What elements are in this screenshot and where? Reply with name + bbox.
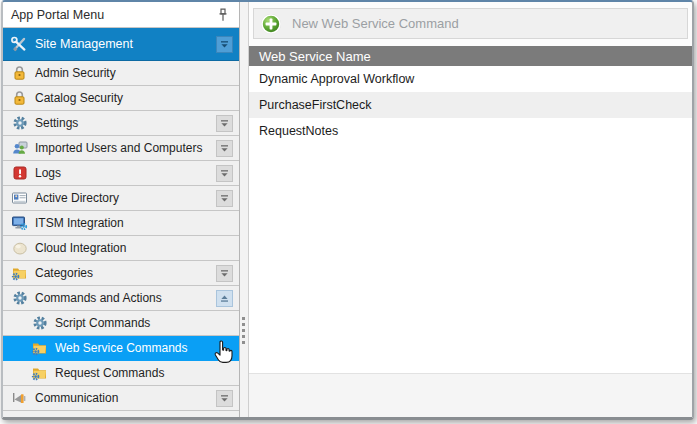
sidebar-item-logs[interactable]: Logs (3, 161, 239, 186)
new-web-service-command-button[interactable] (260, 13, 282, 35)
sidebar-item-active-directory[interactable]: Active Directory (3, 186, 239, 211)
sidebar-item-settings[interactable]: Settings (3, 111, 239, 136)
collapse-arrow-button[interactable] (216, 165, 233, 182)
sidebar-header: App Portal Menu (3, 2, 239, 28)
grid-row-purchasefirstcheck[interactable]: PurchaseFirstCheck (249, 92, 692, 118)
sidebar-item-label: Catalog Security (35, 91, 233, 105)
folder-gear-icon (11, 265, 28, 282)
main-footer (249, 373, 692, 417)
sidebar-item-catalog-security[interactable]: Catalog Security (3, 86, 239, 111)
collapse-arrow-button[interactable] (216, 140, 233, 157)
monitor-gear-icon (11, 215, 28, 232)
sidebar-item-web-service-commands[interactable]: Web Service Commands (3, 336, 239, 361)
expand-arrow-button[interactable] (216, 290, 233, 307)
sidebar-item-label: Communication (35, 391, 216, 405)
sidebar-item-label: Request Commands (55, 366, 233, 380)
splitter-grip-icon (242, 317, 245, 344)
collapse-arrow-button[interactable] (216, 36, 233, 53)
id-card-icon (11, 190, 28, 207)
main-panel: New Web Service Command Web Service Name… (249, 2, 692, 417)
sidebar-item-label: Web Service Commands (55, 341, 233, 355)
sidebar-item-label: Imported Users and Computers (35, 141, 216, 155)
alert-log-icon (11, 165, 28, 182)
cloud-icon (11, 240, 28, 257)
sidebar-item-label: Categories (35, 266, 216, 280)
sidebar-title: App Portal Menu (11, 8, 215, 22)
sidebar-item-label: Cloud Integration (35, 241, 233, 255)
sidebar-item-script-commands[interactable]: Script Commands (3, 311, 239, 336)
sidebar-item-request-commands[interactable]: Request Commands (3, 361, 239, 386)
gear-icon (11, 290, 28, 307)
grid-row-requestnotes[interactable]: RequestNotes (249, 118, 692, 144)
grid-column-header[interactable]: Web Service Name (249, 46, 692, 66)
folder-gear-icon (31, 365, 48, 382)
sidebar-item-commands-and-actions[interactable]: Commands and Actions (3, 286, 239, 311)
megaphone-icon (11, 390, 28, 407)
collapse-arrow-button[interactable] (216, 190, 233, 207)
sidebar-item-admin-security[interactable]: Admin Security (3, 61, 239, 86)
sidebar-item-label: Logs (35, 166, 216, 180)
sidebar-item-communication[interactable]: Communication (3, 386, 239, 411)
folder-gear-icon (31, 340, 48, 357)
sidebar-item-site-management[interactable]: Site Management (3, 28, 239, 61)
sidebar-item-label: Admin Security (35, 66, 233, 80)
sidebar-item-cloud-integration[interactable]: Cloud Integration (3, 236, 239, 261)
sidebar-item-imported-users-and-computers[interactable]: Imported Users and Computers (3, 136, 239, 161)
gear-icon (31, 315, 48, 332)
grid-empty-area (249, 144, 692, 373)
pushpin-icon[interactable] (215, 7, 231, 23)
collapse-arrow-button[interactable] (216, 115, 233, 132)
sidebar-item-label: Active Directory (35, 191, 216, 205)
collapse-arrow-button[interactable] (216, 265, 233, 282)
collapse-arrow-button[interactable] (216, 390, 233, 407)
tools-icon (11, 36, 28, 53)
grid-row-dynamic-approval-workflow[interactable]: Dynamic Approval Workflow (249, 66, 692, 92)
lock-icon (11, 90, 28, 107)
app-portal-window: App Portal Menu Site Management Admin Se… (1, 0, 694, 420)
users-icon (11, 140, 28, 157)
sidebar-item-label: Site Management (35, 37, 216, 51)
sidebar: App Portal Menu Site Management Admin Se… (3, 2, 240, 417)
gear-icon (11, 115, 28, 132)
sidebar-item-label: Settings (35, 116, 216, 130)
lock-icon (11, 65, 28, 82)
new-web-service-command-label[interactable]: New Web Service Command (292, 16, 459, 31)
web-service-grid: Web Service Name Dynamic Approval Workfl… (249, 46, 692, 373)
sidebar-item-categories[interactable]: Categories (3, 261, 239, 286)
panel-splitter[interactable] (240, 2, 249, 417)
sidebar-item-itsm-integration[interactable]: ITSM Integration (3, 211, 239, 236)
toolbar: New Web Service Command (253, 8, 688, 39)
sidebar-item-label: ITSM Integration (35, 216, 233, 230)
sidebar-item-label: Commands and Actions (35, 291, 216, 305)
sidebar-item-label: Script Commands (55, 316, 233, 330)
sidebar-filler (3, 411, 239, 417)
